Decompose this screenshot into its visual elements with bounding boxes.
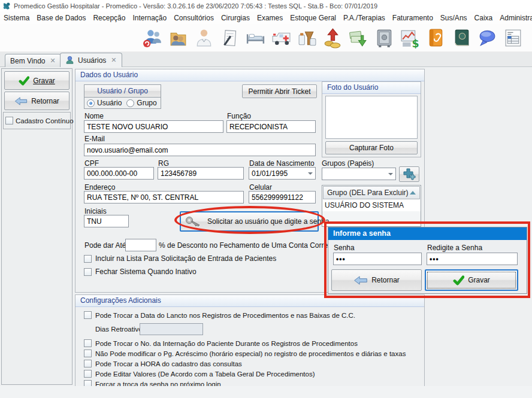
configuracoes-adicionais-groupbox: Configurações Adicionais Pode Trocar a D… — [75, 294, 425, 396]
grupo-list-item[interactable]: USUÁRIO DO SISTEMA — [322, 200, 421, 211]
checkbox-label: Pode Trocar a Data do Lancto nos Registr… — [95, 312, 355, 319]
menu-pa-terapias[interactable]: P.A./Terapias — [340, 14, 389, 22]
menu-internacao[interactable]: Internação — [129, 14, 170, 22]
doctor-icon[interactable] — [194, 28, 214, 48]
checkbox-trocar-no-internacao[interactable]: Pode Trocar o No. da Internação do Pacie… — [84, 339, 358, 347]
funcao-input[interactable] — [226, 120, 316, 133]
patients-folder-icon[interactable] — [168, 28, 189, 48]
finance-chart-icon[interactable]: $ — [400, 28, 421, 48]
senha-input[interactable] — [333, 253, 422, 265]
menu-consultorios[interactable]: Consultórios — [170, 14, 217, 22]
radio-grupo[interactable]: Grupo — [126, 99, 156, 107]
phonebook-icon[interactable] — [425, 28, 446, 48]
dialog-retornar-button[interactable]: Retornar — [331, 269, 422, 291]
nascimento-label: Data de Nascimento — [249, 159, 315, 168]
menu-sistema[interactable]: Sistema — [0, 14, 33, 22]
checkbox-box[interactable] — [84, 268, 92, 276]
checkbox-box[interactable] — [84, 255, 92, 263]
tab-close-icon[interactable]: ✕ — [111, 56, 116, 64]
checkbox-box[interactable] — [84, 360, 92, 367]
checkbox-fechar-inativo[interactable]: Fechar Sistema Quando Inativo — [84, 268, 197, 276]
svg-text:$: $ — [412, 37, 419, 48]
menu-estoque-geral[interactable]: Estoque Geral — [286, 14, 340, 22]
ledger-book-icon[interactable] — [451, 28, 472, 48]
dialog-retornar-label: Retornar — [371, 276, 400, 284]
retornar-label: Retornar — [31, 97, 59, 105]
pharmacy-icon[interactable] — [297, 28, 318, 48]
report-grid-icon[interactable] — [503, 28, 524, 48]
prescription-icon[interactable] — [219, 28, 240, 48]
checkbox-trocar-hora-consultas[interactable]: Pode Trocar a HORA do cadastro das consu… — [84, 360, 242, 367]
permitir-abrir-ticket-button[interactable]: Permitir Abrir Ticket — [242, 84, 317, 98]
radio-usuario[interactable]: Usuário — [87, 99, 122, 107]
menu-administracao[interactable]: Administra — [496, 14, 532, 22]
checkbox-nao-modificar-acrescimo[interactable]: Não Pode modificar o Pg. Acréscimo (horá… — [84, 350, 406, 357]
dropdown-arrow-icon[interactable] — [388, 173, 393, 175]
foto-usuario-header: Foto do Usuário — [322, 82, 421, 94]
celular-input[interactable] — [249, 191, 316, 203]
configuracoes-adicionais-header: Configurações Adicionais — [75, 295, 424, 307]
menu-sus-ans[interactable]: Sus/Ans — [437, 14, 471, 22]
key-icon — [185, 216, 201, 227]
menu-faturamento[interactable]: Faturamento — [389, 14, 437, 22]
tab-usuarios[interactable]: Usuários ✕ — [60, 53, 122, 67]
arrow-left-icon — [14, 97, 28, 105]
nome-input[interactable] — [84, 120, 223, 133]
checkbox-box[interactable] — [84, 339, 92, 347]
email-input[interactable] — [84, 144, 316, 156]
dialog-gravar-button[interactable]: Gravar — [425, 269, 518, 291]
retornar-button[interactable]: Retornar — [4, 92, 69, 110]
rg-input[interactable] — [158, 167, 244, 180]
foto-usuario-groupbox: Foto do Usuário Capturar Foto — [322, 81, 421, 157]
check-icon — [453, 275, 464, 285]
add-grupo-button[interactable] — [399, 166, 419, 182]
redigite-senha-input[interactable] — [427, 253, 518, 265]
solicitar-senha-button[interactable]: Solicitar ao usuário que digite a senha — [180, 211, 319, 232]
cadastro-continuo-checkbox[interactable] — [5, 117, 13, 124]
grupo-list-header[interactable]: Grupo (DEL Para Excluir) — [323, 186, 420, 199]
safe-icon[interactable] — [374, 28, 395, 48]
radio-grupo-circle[interactable] — [126, 99, 134, 107]
tipo-usuario-grupo-box: Usuário / Grupo Usuário Grupo — [84, 84, 161, 109]
tab-close-icon[interactable]: ✕ — [50, 57, 55, 65]
checkbox-box[interactable] — [84, 311, 92, 319]
sidebar: Gravar Retornar Cadastro Contínuo — [1, 68, 72, 385]
menu-exames[interactable]: Exames — [253, 14, 286, 22]
checkbox-trocar-data-lancto[interactable]: Pode Trocar a Data do Lancto nos Registr… — [84, 311, 355, 319]
checkbox-editar-valores[interactable]: Pode Editar Valores (De Acordo com a Tab… — [84, 370, 315, 378]
cadastro-continuo-row[interactable]: Cadastro Contínuo — [3, 112, 71, 129]
iniciais-input[interactable] — [84, 215, 129, 227]
email-label: E-Mail — [84, 135, 105, 143]
cost-up-icon[interactable] — [322, 28, 343, 48]
tab-bem-vindo[interactable]: Bem Vindo ✕ — [5, 54, 61, 67]
menu-recepcao[interactable]: Recepção — [89, 14, 129, 22]
ambulance-icon[interactable] — [271, 28, 292, 48]
menu-caixa[interactable]: Caixa — [471, 14, 497, 22]
dropdown-arrow-icon[interactable] — [308, 172, 313, 175]
dialog-titlebar: Informe a senha — [328, 227, 527, 240]
gravar-label: Gravar — [33, 77, 55, 85]
gravar-button[interactable]: Gravar — [4, 71, 69, 90]
senha-label: Senha — [334, 244, 355, 252]
checkbox-incluir-lista[interactable]: Incluir na Lista Para Solicitação de Ent… — [84, 254, 276, 263]
chat-bubble-icon[interactable] — [477, 28, 498, 48]
cpf-input[interactable] — [84, 167, 154, 180]
menu-base-de-dados[interactable]: Base de Dados — [33, 14, 89, 22]
menu-cirurgias[interactable]: Cirurgias — [217, 14, 253, 22]
radio-usuario-circle[interactable] — [87, 99, 95, 107]
capturar-foto-button[interactable]: Capturar Foto — [325, 141, 418, 154]
checkbox-box[interactable] — [84, 350, 92, 357]
dias-retroativos-input — [140, 323, 203, 335]
endereco-label: Endereço — [84, 183, 115, 192]
desconto-input[interactable] — [125, 239, 156, 251]
nascimento-datepicker[interactable]: 01/01/1995 — [249, 167, 316, 180]
hospital-bed-icon[interactable] — [245, 28, 266, 48]
funcao-label: Função — [227, 112, 251, 120]
money-down-icon[interactable] — [348, 28, 369, 48]
menu-bar: Sistema Base de Dados Recepção Internaçã… — [0, 11, 532, 24]
checkbox-label: Incluir na Lista Para Solicitação de Ent… — [95, 254, 276, 263]
users-sync-icon[interactable] — [142, 28, 163, 48]
checkbox-box[interactable] — [84, 370, 92, 378]
grupos-dropdown[interactable] — [322, 168, 396, 180]
endereco-input[interactable] — [84, 191, 244, 203]
